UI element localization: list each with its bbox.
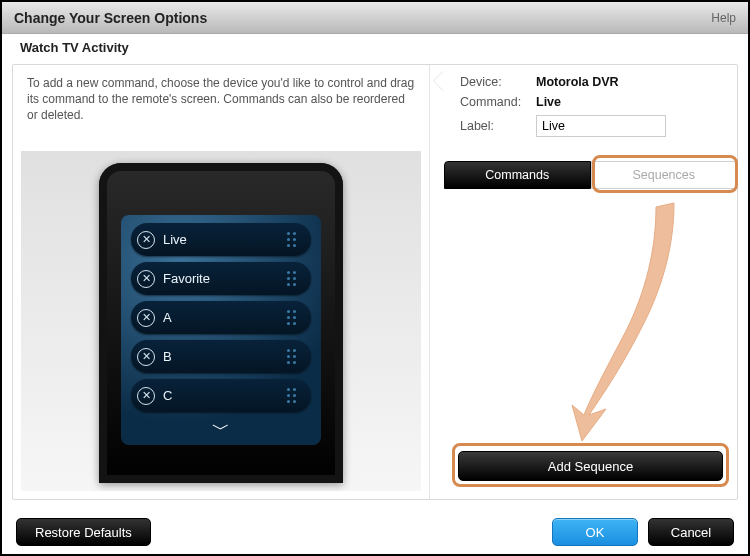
remote-row-label: C (163, 388, 287, 403)
label-input[interactable] (536, 115, 666, 137)
remote-row[interactable]: ✕ B (131, 340, 311, 373)
activity-subtitle: Watch TV Activity (2, 34, 748, 62)
panel-pointer-icon (434, 71, 444, 91)
properties-form: Device: Motorola DVR Command: Live Label… (444, 65, 737, 137)
remote-row-label: Favorite (163, 271, 287, 286)
drag-handle-icon[interactable] (287, 310, 303, 326)
tab-commands[interactable]: Commands (444, 161, 591, 189)
remote-preview: ✕ Live ✕ Favorite ✕ A (21, 151, 421, 491)
remote-row[interactable]: ✕ Live (131, 223, 311, 256)
right-panel: Device: Motorola DVR Command: Live Label… (444, 65, 737, 499)
remove-icon[interactable]: ✕ (137, 270, 155, 288)
drag-handle-icon[interactable] (287, 271, 303, 287)
command-value: Live (536, 95, 561, 109)
dialog-title: Change Your Screen Options (14, 10, 207, 26)
tabs: Commands Sequences (444, 161, 737, 189)
device-label: Device: (460, 75, 536, 89)
chevron-down-icon[interactable]: ﹀ (121, 417, 321, 441)
remote-row[interactable]: ✕ C (131, 379, 311, 412)
command-label: Command: (460, 95, 536, 109)
remote-row-label: B (163, 349, 287, 364)
remove-icon[interactable]: ✕ (137, 309, 155, 327)
left-panel: To add a new command, choose the device … (13, 65, 430, 499)
cancel-button[interactable]: Cancel (648, 518, 734, 546)
instructions-text: To add a new command, choose the device … (13, 65, 429, 143)
dialog-body: To add a new command, choose the device … (12, 64, 738, 500)
drag-handle-icon[interactable] (287, 232, 303, 248)
drag-handle-icon[interactable] (287, 388, 303, 404)
tab-sequences[interactable]: Sequences (591, 161, 738, 189)
remote-device: ✕ Live ✕ Favorite ✕ A (99, 163, 343, 483)
drag-handle-icon[interactable] (287, 349, 303, 365)
dialog-footer: Restore Defaults OK Cancel (2, 510, 748, 554)
dialog-window: Change Your Screen Options Help Watch TV… (0, 0, 750, 556)
device-value: Motorola DVR (536, 75, 619, 89)
add-sequence-button[interactable]: Add Sequence (458, 451, 723, 481)
remote-row[interactable]: ✕ A (131, 301, 311, 334)
remove-icon[interactable]: ✕ (137, 348, 155, 366)
remote-row[interactable]: ✕ Favorite (131, 262, 311, 295)
remove-icon[interactable]: ✕ (137, 231, 155, 249)
remote-row-label: Live (163, 232, 287, 247)
remote-screen: ✕ Live ✕ Favorite ✕ A (121, 215, 321, 445)
restore-defaults-button[interactable]: Restore Defaults (16, 518, 151, 546)
help-link[interactable]: Help (711, 11, 736, 25)
titlebar: Change Your Screen Options Help (2, 2, 748, 34)
ok-button[interactable]: OK (552, 518, 638, 546)
remove-icon[interactable]: ✕ (137, 387, 155, 405)
remote-row-label: A (163, 310, 287, 325)
annotation-arrow-icon (474, 183, 704, 453)
label-label: Label: (460, 119, 536, 133)
